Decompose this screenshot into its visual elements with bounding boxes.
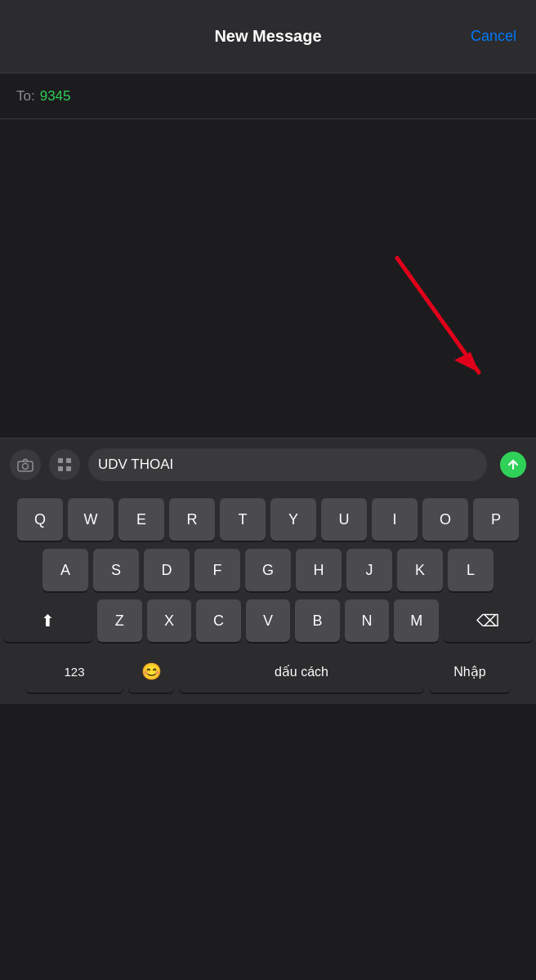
svg-marker-1 [454, 352, 479, 372]
keyboard-row-2: A S D F G H J K L [3, 549, 533, 591]
message-input[interactable]: UDV THOAI [98, 457, 477, 473]
key-a[interactable]: A [42, 549, 88, 591]
key-k[interactable]: K [397, 549, 443, 591]
key-c[interactable]: C [196, 599, 241, 642]
header: New Message Cancel [0, 0, 536, 74]
key-i[interactable]: I [372, 498, 418, 541]
send-button[interactable] [500, 452, 526, 478]
space-key[interactable]: dấu cách [179, 650, 424, 693]
key-o[interactable]: O [422, 498, 468, 541]
key-n[interactable]: N [345, 599, 390, 642]
apps-button[interactable] [49, 449, 80, 480]
return-key[interactable]: Nhập [429, 650, 511, 693]
key-w[interactable]: W [68, 498, 114, 541]
page-title: New Message [214, 27, 321, 46]
key-f[interactable]: F [194, 549, 240, 591]
key-y[interactable]: Y [270, 498, 316, 541]
shift-key[interactable]: ⬆ [3, 599, 92, 642]
key-g[interactable]: G [245, 549, 291, 591]
camera-icon [17, 457, 34, 472]
key-r[interactable]: R [169, 498, 215, 541]
key-d[interactable]: D [144, 549, 190, 591]
key-l[interactable]: L [448, 549, 494, 591]
keyboard-row-3: ⬆ Z X C V B N M ⌫ [3, 599, 533, 642]
key-j[interactable]: J [346, 549, 392, 591]
svg-line-0 [397, 258, 479, 372]
key-t[interactable]: T [220, 498, 266, 541]
key-m[interactable]: M [394, 599, 439, 642]
svg-rect-5 [66, 458, 71, 463]
input-toolbar: UDV THOAI [0, 438, 536, 490]
keyboard-row-1: Q W E R T Y U I O P [3, 498, 533, 541]
key-s[interactable]: S [93, 549, 139, 591]
message-area[interactable] [0, 119, 536, 438]
svg-rect-7 [66, 466, 71, 471]
key-v[interactable]: V [246, 599, 291, 642]
apps-icon [56, 457, 73, 473]
keyboard-row-4: 123 😊 dấu cách Nhập [3, 650, 533, 693]
key-u[interactable]: U [321, 498, 367, 541]
camera-button[interactable] [10, 449, 41, 480]
to-field: To: 9345 [0, 74, 536, 119]
key-b[interactable]: B [295, 599, 340, 642]
delete-key[interactable]: ⌫ [444, 599, 533, 642]
key-x[interactable]: X [147, 599, 192, 642]
keyboard: Q W E R T Y U I O P A S D F G H J K L ⬆ … [0, 490, 536, 704]
key-q[interactable]: Q [17, 498, 63, 541]
send-icon [507, 458, 520, 471]
num-key[interactable]: 123 [25, 650, 123, 693]
svg-rect-6 [58, 466, 63, 471]
key-z[interactable]: Z [97, 599, 142, 642]
svg-point-3 [23, 463, 29, 469]
message-input-wrap[interactable]: UDV THOAI [88, 448, 487, 481]
to-value: 9345 [40, 88, 71, 105]
key-e[interactable]: E [118, 498, 164, 541]
annotation-arrow [373, 242, 511, 405]
emoji-key[interactable]: 😊 [128, 650, 174, 693]
key-h[interactable]: H [296, 549, 342, 591]
svg-rect-4 [58, 458, 63, 463]
key-p[interactable]: P [473, 498, 519, 541]
cancel-button[interactable]: Cancel [471, 28, 516, 45]
to-label: To: [16, 88, 35, 105]
